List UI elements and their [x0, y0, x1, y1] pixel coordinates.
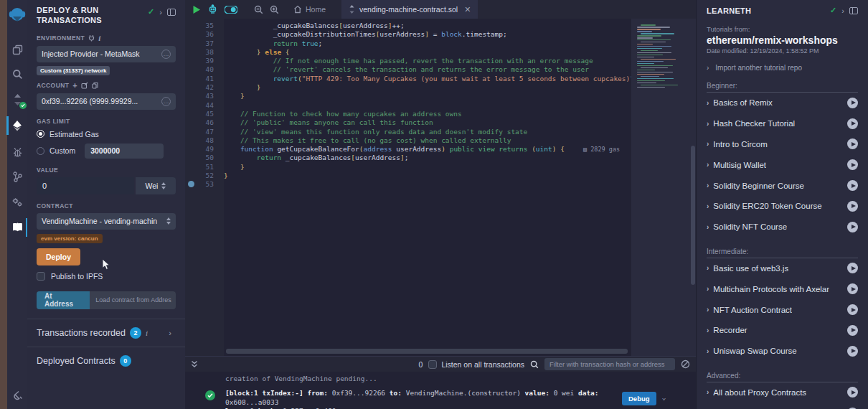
line-number[interactable]: 50	[185, 154, 224, 162]
solidity-compiler-icon[interactable]	[7, 89, 27, 111]
play-tutorial-icon[interactable]	[847, 180, 858, 191]
tutorial-item[interactable]: ›Solidity ERC20 Token Course	[707, 196, 858, 217]
collapse-terminal-icon[interactable]	[191, 360, 198, 368]
line-number[interactable]: 39	[185, 57, 224, 65]
add-account-icon[interactable]: +	[72, 81, 77, 90]
ai-assistant-icon[interactable]	[207, 4, 218, 14]
panel-collapse-icon[interactable]: ›	[159, 8, 162, 17]
tutorial-item[interactable]: ›NFT Auction Contract	[707, 299, 858, 320]
play-tutorial-icon[interactable]	[847, 263, 858, 273]
line-number[interactable]: 38	[185, 48, 224, 57]
edit-account-icon[interactable]	[81, 82, 88, 89]
panel-pin-icon[interactable]	[167, 9, 176, 16]
tutorial-item[interactable]: ›Multisig Wallet	[707, 154, 858, 175]
play-tutorial-icon[interactable]	[847, 325, 858, 336]
settings-icon[interactable]	[7, 191, 27, 212]
debug-button[interactable]: Debug	[622, 392, 656, 405]
line-number[interactable]: 36	[185, 30, 224, 39]
search-icon[interactable]	[7, 63, 27, 85]
line-number[interactable]: 43	[185, 92, 224, 100]
code-editor[interactable]: 35363738394041424344454647484950515253 _…	[185, 19, 696, 356]
listen-all-checkbox[interactable]	[428, 360, 437, 369]
line-number[interactable]: 46	[185, 118, 224, 127]
play-tutorial-icon[interactable]	[847, 346, 858, 357]
play-tutorial-icon[interactable]	[847, 283, 858, 294]
close-tab-icon[interactable]: ✕	[464, 5, 471, 14]
line-number[interactable]: 47	[185, 128, 224, 136]
tutorial-item[interactable]: ›Solidity NFT Course	[707, 217, 858, 238]
at-address-input[interactable]: Load contract from Addres	[90, 291, 176, 309]
home-tab[interactable]: Home	[286, 0, 333, 19]
horizontal-scrollbar[interactable]	[226, 349, 628, 354]
line-number[interactable]: 41	[185, 75, 224, 83]
stepper-icon[interactable]	[161, 182, 166, 189]
custom-gas-radio[interactable]	[37, 147, 44, 155]
contract-select[interactable]: VendingMachine - vending-machin	[37, 213, 176, 230]
environment-select[interactable]: Injected Provider - MetaMask …	[37, 46, 176, 62]
transaction-log-row[interactable]: [block:1 txIndex:-] from: 0xf39...92266 …	[185, 389, 696, 409]
play-tutorial-icon[interactable]	[847, 159, 858, 170]
value-unit-select[interactable]: Wei	[136, 177, 176, 194]
line-number[interactable]: 48	[185, 136, 224, 145]
import-repo-row[interactable]: › Import another tutorial repo	[707, 64, 858, 72]
info-icon[interactable]: i	[98, 34, 100, 42]
panel-pin-icon[interactable]	[849, 7, 858, 14]
line-number[interactable]: 42	[185, 83, 224, 92]
debugger-icon[interactable]	[7, 141, 27, 163]
deployed-contracts-row[interactable]: Deployed Contracts 0	[37, 347, 176, 375]
copilot-toggle-icon[interactable]	[225, 6, 237, 14]
tutorial-item[interactable]: ›Intro to Circom	[707, 134, 858, 155]
play-tutorial-icon[interactable]	[847, 118, 858, 129]
copy-account-icon[interactable]	[92, 82, 98, 89]
play-tutorial-icon[interactable]	[847, 304, 858, 315]
line-number[interactable]: 37	[185, 39, 224, 48]
line-number[interactable]: 35	[185, 22, 224, 30]
transactions-recorded-row[interactable]: Transactions recorded 2 i ›	[37, 319, 176, 347]
file-tab[interactable]: vending-machine-contract.sol ✕	[341, 0, 478, 19]
tutorial-item[interactable]: ›Solidity Beginner Course	[707, 175, 858, 196]
zoom-out-icon[interactable]	[254, 5, 263, 14]
editor-minimap[interactable]	[631, 19, 696, 356]
tutorial-item[interactable]: ›Uniswap Swap Course	[707, 341, 858, 362]
zoom-in-icon[interactable]	[270, 5, 279, 14]
account-options-icon[interactable]: …	[161, 97, 171, 106]
environment-options-icon[interactable]: …	[161, 50, 171, 59]
git-icon[interactable]	[7, 166, 27, 187]
panel-collapse-icon[interactable]: ›	[841, 6, 844, 15]
plugin-manager-icon[interactable]	[7, 385, 27, 406]
publish-ipfs-checkbox[interactable]	[37, 272, 45, 281]
tutorial-item[interactable]: ›Deploy with Libraries	[707, 403, 858, 409]
deploy-button[interactable]: Deploy	[37, 248, 80, 265]
chevron-right-icon[interactable]: ›	[169, 329, 171, 337]
account-select[interactable]: 0xf39...92266 (9999.99929... …	[37, 93, 176, 110]
at-address-button[interactable]: At Address	[37, 291, 90, 309]
line-number[interactable]: 49	[185, 145, 224, 154]
file-explorer-icon[interactable]	[7, 39, 27, 60]
line-number[interactable]: 51	[185, 163, 224, 171]
vertical-scrollbar[interactable]	[691, 146, 695, 285]
line-number[interactable]: 45	[185, 110, 224, 118]
play-tutorial-icon[interactable]	[847, 138, 858, 149]
play-tutorial-icon[interactable]	[847, 98, 858, 108]
deploy-and-run-icon[interactable]	[7, 115, 27, 136]
expand-tx-icon[interactable]: ⌄	[662, 393, 666, 401]
custom-gas-input[interactable]: 3000000	[85, 144, 164, 159]
tutorial-item[interactable]: ›Recorder	[707, 320, 858, 341]
play-tutorial-icon[interactable]	[847, 387, 858, 398]
clear-console-icon[interactable]	[681, 359, 690, 369]
tutorial-item[interactable]: ›All about Proxy Contracts	[707, 382, 858, 403]
line-number[interactable]: 44	[185, 101, 224, 110]
play-tutorial-icon[interactable]	[847, 201, 858, 212]
run-script-icon[interactable]	[192, 5, 201, 14]
terminal-filter-input[interactable]	[544, 358, 675, 370]
estimated-gas-radio[interactable]	[37, 130, 44, 138]
play-tutorial-icon[interactable]	[847, 222, 858, 232]
info-icon[interactable]: i	[146, 329, 148, 337]
tutorial-item[interactable]: ›Basic use of web3.js	[707, 258, 858, 279]
tutorial-item[interactable]: ›Hash Checker Tutorial	[707, 113, 858, 134]
line-number[interactable]: 40	[185, 65, 224, 74]
value-input[interactable]: 0	[37, 177, 134, 194]
tutorial-item[interactable]: ›Basics of Remix	[707, 93, 858, 113]
line-number[interactable]: 52	[185, 171, 224, 180]
tutorial-item[interactable]: ›Multichain Protocols with Axelar	[707, 278, 858, 299]
